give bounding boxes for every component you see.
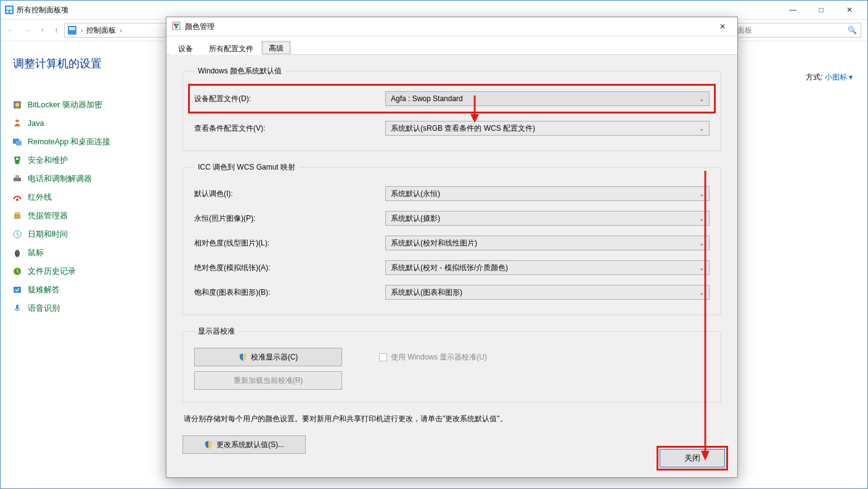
close-window-button[interactable]: ✕ [835, 1, 864, 19]
tab-devices[interactable]: 设备 [170, 41, 201, 55]
svg-point-7 [15, 103, 19, 107]
control-panel-item[interactable]: RemoteApp 和桌面连接 [12, 133, 154, 151]
reload-current-calibration-button: 重新加载当前校准(R) [194, 371, 342, 390]
maximize-button[interactable]: □ [807, 1, 835, 19]
item-label: RemoteApp 和桌面连接 [28, 137, 110, 147]
minimize-button[interactable]: — [779, 1, 807, 19]
control-panel-item[interactable]: BitLocker 驱动器加密 [12, 96, 154, 114]
row-select[interactable]: 系统默认(图表和图形)⌄ [385, 285, 710, 300]
window-controls: — □ ✕ [779, 1, 864, 19]
control-panel-item[interactable]: 红外线 [12, 188, 154, 207]
forward-button[interactable]: → [24, 26, 31, 35]
svg-point-24 [174, 23, 176, 26]
svg-rect-16 [15, 213, 19, 215]
svg-rect-22 [16, 305, 18, 310]
select-viewing-conditions[interactable]: 系统默认(sRGB 查看条件的 WCS 配置文件)⌄ [385, 121, 710, 136]
item-label: BitLocker 驱动器加密 [28, 100, 102, 110]
item-icon [12, 155, 23, 166]
chevron-down-icon: ⌄ [699, 289, 704, 296]
item-icon [12, 247, 23, 258]
select-device-profile[interactable]: Agfa : Swop Standard⌄ [385, 91, 710, 106]
checkbox-icon [379, 353, 387, 361]
row-select[interactable]: 系统默认(永恒)⌄ [385, 186, 710, 201]
calibrate-display-button[interactable]: 校准显示器(C) [194, 348, 342, 366]
row-viewing-conditions-profile: 查看条件配置文件(V): 系统默认(sRGB 查看条件的 WCS 配置文件)⌄ [194, 116, 710, 141]
row-label: 饱和度(图表和图形)(B): [194, 287, 385, 298]
svg-point-25 [176, 23, 179, 26]
control-panel-item[interactable]: 凭据管理器 [12, 207, 154, 225]
gamut-mapping-row: 默认调色(I):系统默认(永恒)⌄ [194, 181, 710, 206]
uac-shield-icon [204, 440, 213, 449]
dialog-title: 颜色管理 [185, 22, 215, 32]
control-panel-item[interactable]: 电话和调制解调器 [12, 170, 154, 188]
svg-rect-3 [10, 10, 12, 13]
tab-all-profiles[interactable]: 所有配置文件 [201, 41, 261, 55]
note-text: 请分别存储对每个用户的颜色设置。要对新用户和共享打印机进行更改，请单击"更改系统… [184, 414, 721, 424]
search-icon: 🔍 [848, 26, 857, 35]
item-label: 日期和时间 [28, 229, 68, 240]
addr-control-panel-icon [67, 25, 77, 35]
search-input[interactable]: 制面板 🔍 [726, 23, 861, 38]
chevron-down-icon: ⌄ [699, 215, 704, 222]
control-panel-item[interactable]: 语音识别 [12, 299, 154, 318]
item-label: 疑难解答 [28, 285, 60, 295]
svg-point-8 [15, 120, 19, 122]
group-windows-color-defaults: Windows 颜色系统默认值 设备配置文件(D): Agfa : Swop S… [182, 66, 721, 151]
item-label: 凭据管理器 [28, 211, 68, 221]
row-select[interactable]: 系统默认(校对和线性图片)⌄ [385, 236, 710, 250]
gamut-mapping-row: 永恒(照片图像)(P):系统默认(摄影)⌄ [194, 206, 710, 231]
svg-rect-11 [16, 158, 18, 160]
control-panel-item[interactable]: 安全和维护 [12, 151, 154, 170]
gamut-mapping-row: 相对色度(线型图片)(L):系统默认(校对和线性图片)⌄ [194, 231, 710, 255]
label-device-profile: 设备配置文件(D): [194, 94, 385, 104]
chevron-down-icon: ⌄ [699, 96, 704, 102]
svg-point-26 [175, 26, 178, 28]
control-panel-item[interactable]: Java [12, 114, 154, 133]
svg-rect-1 [6, 7, 12, 10]
view-by: 方式: 小图标 ▾ [806, 72, 853, 83]
breadcrumb-item[interactable]: 控制面板 [86, 25, 116, 36]
item-label: 鼠标 [28, 248, 44, 258]
back-button[interactable]: ← [7, 26, 14, 35]
svg-rect-10 [16, 141, 22, 146]
up-button[interactable]: ↑ [54, 26, 58, 35]
control-panel-item-list: BitLocker 驱动器加密JavaRemoteApp 和桌面连接安全和维护电… [12, 96, 154, 318]
item-label: 红外线 [28, 192, 52, 203]
chevron-down-icon: ⌄ [699, 240, 704, 247]
item-label: 文件历史记录 [28, 266, 76, 277]
item-label: Java [28, 119, 44, 128]
group-display-calibration: 显示器校准 校准显示器(C) 使用 Windows 显示器校准(U) [182, 326, 721, 403]
viewby-dropdown[interactable]: 小图标 ▾ [825, 73, 853, 81]
row-device-profile: 设备配置文件(D): Agfa : Swop Standard⌄ [189, 85, 714, 112]
tab-advanced[interactable]: 高级 [261, 41, 291, 55]
svg-point-14 [16, 199, 18, 201]
row-label: 绝对色度(模拟纸张)(A): [194, 263, 385, 273]
dialog-body: 设备 所有配置文件 高级 Windows 颜色系统默认值 设备配置文件(D): … [166, 36, 737, 477]
dialog-close-button[interactable]: ✕ [713, 19, 732, 34]
dialog-footer: 关闭 [660, 449, 725, 467]
change-system-defaults-button[interactable]: 更改系统默认值(S)... [182, 435, 306, 454]
control-panel-item[interactable]: 鼠标 [12, 244, 154, 262]
label-viewing-conditions: 查看条件配置文件(V): [194, 123, 385, 134]
item-icon [12, 173, 23, 184]
search-placeholder: 制面板 [730, 25, 848, 36]
row-select[interactable]: 系统默认(摄影)⌄ [385, 211, 710, 226]
chevron-right-icon: › [81, 27, 83, 34]
row-select[interactable]: 系统默认(校对 - 模拟纸张/介质颜色)⌄ [385, 260, 710, 275]
group-legend: 显示器校准 [194, 326, 239, 337]
item-icon [12, 136, 23, 147]
control-panel-window: 所有控制面板项 — □ ✕ ← → ▾ ↑ › 控制面板 › 制面板 🔍 [0, 0, 868, 489]
row-label: 默认调色(I): [194, 189, 385, 199]
history-dropdown[interactable]: ▾ [41, 27, 44, 33]
group-legend: Windows 颜色系统默认值 [194, 66, 285, 76]
gamut-mapping-row: 饱和度(图表和图形)(B):系统默认(图表和图形)⌄ [194, 280, 710, 305]
svg-rect-13 [15, 175, 19, 178]
control-panel-item[interactable]: 文件历史记录 [12, 262, 154, 281]
control-panel-item[interactable]: 日期和时间 [12, 225, 154, 244]
control-panel-item[interactable]: 疑难解答 [12, 281, 154, 299]
svg-rect-2 [6, 10, 9, 13]
viewby-label: 方式: [806, 73, 822, 81]
dialog-titlebar: 颜色管理 ✕ [166, 17, 737, 36]
use-windows-calibration-checkbox[interactable]: 使用 Windows 显示器校准(U) [379, 352, 487, 363]
dialog-ok-close-button[interactable]: 关闭 [660, 449, 725, 467]
